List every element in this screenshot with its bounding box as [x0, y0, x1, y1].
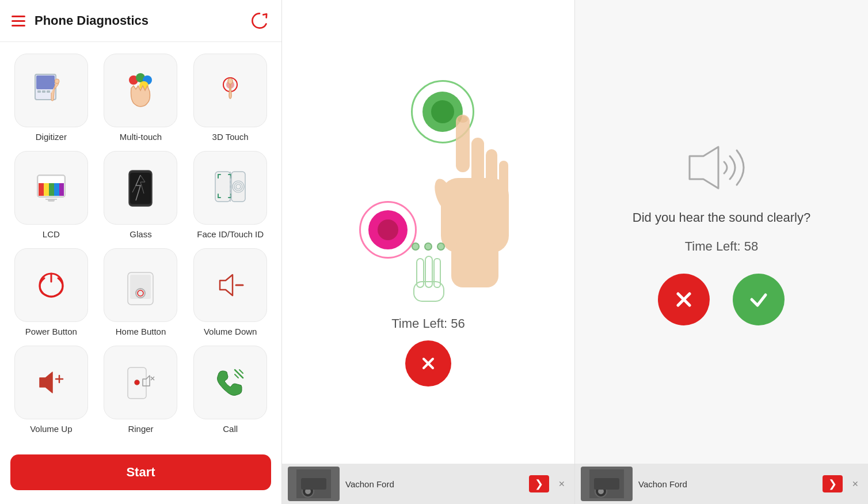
3dtouch-label: 3D Touch [212, 132, 249, 142]
svg-rect-79 [594, 478, 619, 490]
grid-item-volumeup[interactable]: Volume Up [10, 346, 92, 435]
svg-rect-19 [59, 183, 64, 196]
home-icon [104, 248, 177, 322]
right-panel: Did you hear the sound clearly? Time Lef… [575, 0, 868, 504]
grid-item-call[interactable]: Call [189, 346, 271, 435]
finger-dot-3 [437, 242, 445, 251]
svg-rect-55 [456, 115, 470, 172]
power-icon [14, 248, 88, 322]
svg-rect-25 [215, 172, 230, 202]
grid-item-digitizer[interactable]: Digitizer [10, 54, 92, 143]
grid-item-home[interactable]: Home Button [100, 248, 182, 338]
diagnostics-grid: Digitizer Multi-touch [0, 42, 281, 446]
start-button[interactable]: Start [10, 454, 271, 490]
volumedown-label: Volume Down [204, 327, 257, 336]
svg-rect-72 [301, 478, 326, 490]
sound-test-area: Did you hear the sound clearly? Time Lef… [633, 0, 810, 464]
menu-icon[interactable] [12, 16, 25, 26]
svg-rect-24 [130, 173, 151, 204]
3dtouch-icon [193, 54, 267, 127]
grid-item-glass[interactable]: Glass [100, 151, 182, 240]
three-finger-hand [408, 253, 448, 305]
svg-rect-20 [39, 176, 64, 183]
grid-item-multitouch[interactable]: Multi-touch [100, 54, 182, 143]
ad-banner-mid: Vachon Ford ❯ ✕ [282, 464, 574, 504]
power-label: Power Button [25, 327, 77, 336]
svg-rect-64 [425, 256, 432, 287]
ringer-icon [104, 346, 177, 419]
fail-button[interactable] [405, 340, 451, 386]
finger-dots [412, 242, 445, 251]
finger-dot-2 [424, 242, 432, 251]
svg-rect-66 [414, 282, 444, 301]
svg-rect-1 [36, 75, 55, 89]
pink-target-innermost [378, 219, 398, 240]
ad-arrow-mid[interactable]: ❯ [529, 475, 549, 492]
grid-item-3dtouch[interactable]: 3D Touch [189, 54, 271, 143]
ad-close-right[interactable]: ✕ [848, 478, 862, 490]
svg-marker-45 [220, 275, 233, 295]
svg-rect-3 [42, 90, 45, 93]
svg-rect-61 [451, 241, 498, 287]
call-label: Call [223, 424, 238, 434]
call-icon [193, 346, 267, 419]
svg-marker-47 [40, 372, 52, 393]
volumeup-label: Volume Up [30, 424, 72, 434]
grid-item-ringer[interactable]: Ringer [100, 346, 182, 435]
ad-text-mid: Vachon Ford [345, 479, 394, 489]
ad-content-right: Vachon Ford ❯ ✕ [575, 467, 868, 501]
ringer-label: Ringer [128, 424, 153, 434]
ad-banner-right: Vachon Ford ❯ ✕ [575, 464, 868, 504]
home-label: Home Button [116, 327, 166, 336]
svg-point-62 [458, 116, 468, 123]
lcd-icon [14, 151, 88, 225]
app-title: Phone Diagnostics [35, 13, 249, 28]
touch-illustration [336, 69, 520, 310]
touch-test-area: Time Left: 56 [282, 0, 574, 464]
left-panel: Phone Diagnostics Dig [0, 0, 282, 504]
glass-icon [104, 151, 177, 225]
svg-rect-27 [218, 174, 219, 179]
svg-rect-22 [48, 199, 55, 202]
grid-item-faceid[interactable]: Face ID/Touch ID [189, 151, 271, 240]
svg-rect-42 [130, 275, 151, 299]
svg-rect-17 [49, 183, 54, 196]
speaker-icon [678, 139, 764, 196]
grid-item-power[interactable]: Power Button [10, 248, 92, 338]
start-button-container: Start [0, 446, 281, 504]
mid-panel: Time Left: 56 Vachon Ford ❯ ✕ [282, 0, 575, 504]
svg-rect-15 [39, 183, 44, 196]
svg-rect-2 [37, 90, 41, 93]
app-header: Phone Diagnostics [0, 0, 281, 42]
yes-button[interactable] [733, 274, 785, 325]
svg-rect-4 [47, 90, 50, 93]
svg-rect-31 [218, 194, 219, 198]
svg-point-12 [228, 78, 233, 84]
refresh-icon[interactable] [249, 10, 270, 31]
lcd-label: LCD [43, 229, 60, 239]
ad-close-mid[interactable]: ✕ [555, 478, 569, 490]
multitouch-icon [104, 54, 177, 127]
ad-text-right: Vachon Ford [638, 479, 687, 489]
ad-image-right [581, 467, 633, 501]
svg-point-51 [135, 380, 139, 385]
ad-content-mid: Vachon Ford ❯ ✕ [282, 467, 574, 501]
svg-rect-34 [231, 172, 245, 202]
mid-time-left: Time Left: 56 [391, 316, 465, 331]
pink-target-inner [368, 210, 408, 249]
digitizer-label: Digitizer [36, 132, 67, 142]
ad-image-mid [288, 467, 340, 501]
glass-label: Glass [130, 229, 151, 239]
grid-item-volumedown[interactable]: Volume Down [189, 248, 271, 338]
sound-question: Did you hear the sound clearly? [633, 210, 810, 225]
three-finger-gesture [408, 242, 448, 305]
right-time-left: Time Left: 58 [685, 239, 759, 254]
no-button[interactable] [658, 274, 710, 325]
ad-arrow-right[interactable]: ❯ [823, 475, 843, 492]
grid-item-lcd[interactable]: LCD [10, 151, 92, 240]
faceid-icon [193, 151, 267, 225]
svg-rect-16 [44, 183, 49, 196]
volumeup-icon-grid [14, 346, 88, 419]
multitouch-label: Multi-touch [120, 132, 162, 142]
finger-dot-1 [412, 242, 420, 251]
